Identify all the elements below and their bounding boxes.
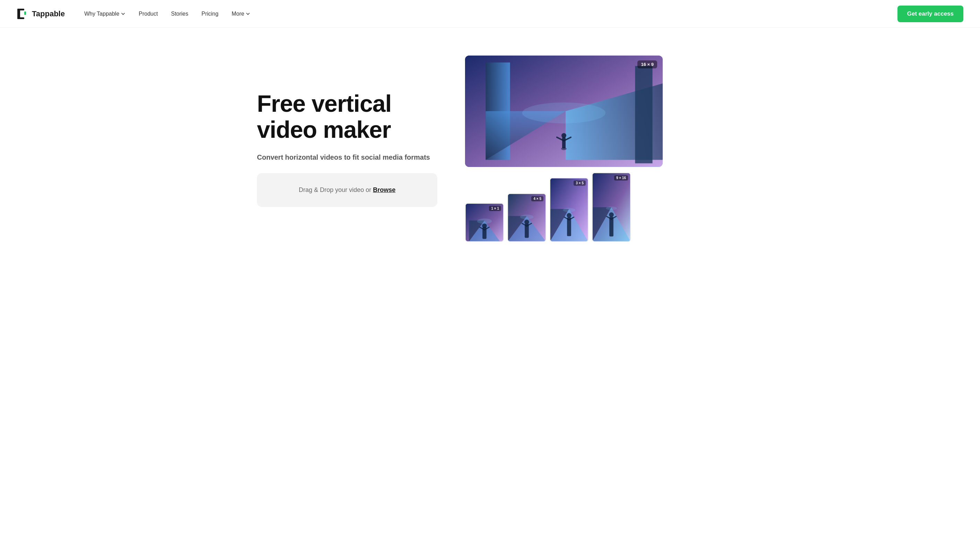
thumb-1x1[interactable]: 1 × 1 bbox=[465, 203, 504, 242]
thumb-4x5[interactable]: 4 × 5 bbox=[508, 193, 546, 242]
nav-pricing[interactable]: Pricing bbox=[196, 8, 224, 20]
hero-section: Free vertical video maker Convert horizo… bbox=[240, 28, 740, 263]
svg-rect-3 bbox=[24, 11, 26, 15]
svg-point-20 bbox=[482, 224, 487, 228]
thumb-badge-1x1: 1 × 1 bbox=[489, 206, 501, 211]
svg-point-26 bbox=[520, 214, 534, 219]
svg-point-12 bbox=[562, 133, 566, 138]
thumb-badge-3x5: 3 × 5 bbox=[574, 180, 586, 186]
thumb-9x16[interactable]: 9 × 16 bbox=[592, 172, 631, 242]
drop-zone-text: Drag & Drop your video or Browse bbox=[299, 187, 395, 194]
svg-point-44 bbox=[609, 212, 614, 217]
thumb-3x5[interactable]: 3 × 5 bbox=[550, 178, 589, 242]
svg-rect-43 bbox=[609, 217, 614, 236]
video-preview-main[interactable]: 16 × 9 bbox=[465, 56, 663, 167]
video-scene bbox=[465, 56, 663, 167]
svg-point-9 bbox=[522, 102, 606, 123]
hero-right: 16 × 9 bbox=[465, 56, 723, 242]
logo[interactable]: Tappable bbox=[17, 8, 65, 20]
svg-rect-2 bbox=[18, 18, 24, 19]
svg-rect-11 bbox=[562, 137, 566, 148]
get-early-access-button[interactable]: Get early access bbox=[897, 6, 963, 22]
video-drop-zone[interactable]: Drag & Drop your video or Browse bbox=[257, 173, 437, 207]
logo-text: Tappable bbox=[32, 10, 65, 18]
nav-why-tappable[interactable]: Why Tappable bbox=[79, 8, 131, 20]
svg-point-34 bbox=[563, 208, 575, 212]
navigation: Tappable Why Tappable Product Stories Pr… bbox=[0, 0, 980, 28]
svg-point-36 bbox=[566, 213, 571, 218]
logo-icon bbox=[17, 8, 29, 20]
nav-stories[interactable]: Stories bbox=[165, 8, 194, 20]
svg-point-18 bbox=[477, 218, 492, 224]
hero-subtitle: Convert horizontal videos to fit social … bbox=[257, 152, 437, 162]
nav-more[interactable]: More bbox=[226, 8, 256, 20]
svg-point-42 bbox=[606, 206, 617, 210]
nav-product[interactable]: Product bbox=[133, 8, 163, 20]
chevron-down-icon bbox=[121, 11, 126, 16]
nav-links: Why Tappable Product Stories Pricing Mor… bbox=[79, 8, 897, 20]
browse-link[interactable]: Browse bbox=[373, 187, 396, 193]
svg-rect-1 bbox=[18, 9, 24, 10]
video-thumbnails: 1 × 1 bbox=[465, 172, 663, 242]
hero-title: Free vertical video maker bbox=[257, 91, 437, 143]
video-aspect-badge: 16 × 9 bbox=[637, 61, 657, 69]
hero-left: Free vertical video maker Convert horizo… bbox=[257, 91, 437, 207]
thumb-badge-4x5: 4 × 5 bbox=[531, 196, 543, 201]
thumb-badge-9x16: 9 × 16 bbox=[614, 175, 628, 180]
svg-marker-8 bbox=[635, 66, 652, 163]
svg-point-28 bbox=[524, 219, 529, 224]
chevron-down-icon bbox=[245, 11, 250, 16]
